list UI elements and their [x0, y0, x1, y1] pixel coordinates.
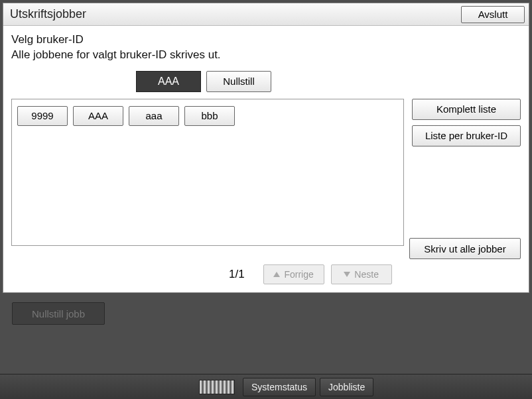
dialog-title: Utskriftsjobber: [7, 7, 461, 21]
user-id-item[interactable]: bbb: [184, 106, 235, 126]
triangle-down-icon: [344, 272, 350, 277]
user-id-item[interactable]: AAA: [73, 106, 123, 126]
selected-user-display: AAA: [136, 71, 201, 92]
reset-job-button-disabled: Nullstill jobb: [12, 302, 105, 325]
instruction-line-2: Alle jobbene for valgt bruker-ID skrives…: [11, 48, 521, 63]
user-id-item[interactable]: aaa: [129, 106, 179, 126]
exit-button[interactable]: Avslutt: [461, 6, 525, 23]
system-status-button[interactable]: Systemstatus: [243, 378, 316, 396]
job-list-button[interactable]: Jobbliste: [320, 378, 373, 396]
prev-label: Forrige: [284, 269, 313, 280]
selection-row: AAA Nullstill: [11, 71, 521, 92]
pager: 1/1 Forrige Neste: [3, 264, 529, 284]
next-button: Neste: [331, 264, 392, 284]
user-id-list: 9999 AAA aaa bbb: [11, 99, 404, 246]
list-per-user-button[interactable]: Liste per bruker-ID: [412, 125, 521, 146]
user-id-item[interactable]: 9999: [17, 106, 68, 126]
complete-list-button[interactable]: Komplett liste: [412, 99, 521, 120]
status-indicator-icon: [199, 380, 235, 394]
page-indicator: 1/1: [229, 268, 245, 281]
titlebar: Utskriftsjobber Avslutt: [3, 3, 529, 26]
next-label: Neste: [354, 269, 379, 280]
print-jobs-dialog: Utskriftsjobber Avslutt Velg bruker-ID A…: [3, 3, 529, 293]
prev-button: Forrige: [263, 264, 324, 284]
bottombar: Systemstatus Jobbliste: [0, 374, 532, 399]
print-all-jobs-button[interactable]: Skriv ut alle jobber: [409, 238, 521, 259]
dialog-content: Velg bruker-ID Alle jobbene for valgt br…: [3, 26, 529, 292]
instructions: Velg bruker-ID Alle jobbene for valgt br…: [11, 32, 521, 63]
reset-button[interactable]: Nullstill: [206, 71, 271, 92]
triangle-up-icon: [273, 272, 280, 277]
instruction-line-1: Velg bruker-ID: [11, 32, 521, 48]
